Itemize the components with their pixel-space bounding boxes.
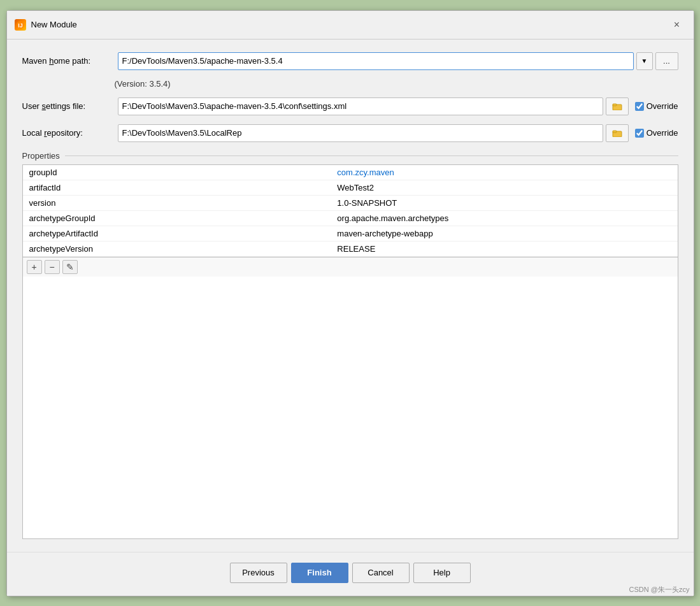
prop-value: org.apache.maven.archetypes xyxy=(337,213,671,223)
user-settings-override-checkbox[interactable] xyxy=(635,102,644,111)
remove-property-button[interactable]: − xyxy=(45,260,60,274)
help-button[interactable]: Help xyxy=(413,563,471,583)
watermark: CSDN @朱一头zcy xyxy=(629,585,690,595)
title-bar: IJ New Module × xyxy=(7,11,694,40)
edit-property-button[interactable]: ✎ xyxy=(62,260,78,274)
dialog-footer: Previous Finish Cancel Help xyxy=(7,552,694,596)
table-row[interactable]: archetypeGroupIdorg.apache.maven.archety… xyxy=(23,211,678,226)
previous-button[interactable]: Previous xyxy=(230,563,287,583)
dialog-title: New Module xyxy=(31,20,663,29)
prop-key: artifactId xyxy=(29,183,338,192)
svg-text:IJ: IJ xyxy=(18,22,23,29)
user-settings-browse-button[interactable] xyxy=(606,97,629,115)
maven-home-dropdown-button[interactable]: ▼ xyxy=(636,52,653,70)
properties-table: groupIdcom.zcy.mavenartifactIdWebTest2ve… xyxy=(22,164,678,539)
prop-key: archetypeArtifactId xyxy=(29,229,338,238)
table-row[interactable]: artifactIdWebTest2 xyxy=(23,180,678,196)
prop-key: archetypeVersion xyxy=(29,244,338,254)
table-row[interactable]: archetypeArtifactIdmaven-archetype-webap… xyxy=(23,226,678,242)
maven-home-row: Maven home path: ▼ ... xyxy=(22,52,678,70)
add-property-button[interactable]: + xyxy=(27,260,42,274)
dialog-body: Maven home path: ▼ ... (Version: 3.5.4) … xyxy=(7,40,694,552)
user-settings-input-group xyxy=(118,97,629,115)
maven-home-input[interactable] xyxy=(118,52,634,70)
local-repo-override-checkbox[interactable] xyxy=(635,129,644,138)
version-text: (Version: 3.5.4) xyxy=(115,79,678,89)
new-module-dialog: IJ New Module × Maven home path: ▼ ... (… xyxy=(6,10,694,596)
local-repo-override-label: Override xyxy=(646,128,678,138)
prop-key: archetypeGroupId xyxy=(29,213,338,223)
local-repo-browse-button[interactable] xyxy=(606,124,629,142)
user-settings-override-area: Override xyxy=(635,101,678,111)
prop-value: com.zcy.maven xyxy=(337,168,671,177)
svg-rect-3 xyxy=(613,104,617,106)
app-icon: IJ xyxy=(15,19,26,31)
maven-home-input-group: ▼ ... xyxy=(118,52,678,70)
prop-value: maven-archetype-webapp xyxy=(337,229,671,238)
user-settings-override-label: Override xyxy=(646,101,678,111)
local-repo-row: Local repository: Override xyxy=(22,124,678,142)
table-row[interactable]: archetypeVersionRELEASE xyxy=(23,242,678,257)
local-repo-input[interactable] xyxy=(118,124,603,142)
local-repo-input-group xyxy=(118,124,629,142)
maven-home-label: Maven home path: xyxy=(22,56,111,66)
cancel-button[interactable]: Cancel xyxy=(352,563,410,583)
user-settings-row: User settings file: Override xyxy=(22,97,678,115)
prop-value: WebTest2 xyxy=(337,183,671,192)
prop-value: RELEASE xyxy=(337,244,671,254)
properties-section: Properties groupIdcom.zcy.mavenartifactI… xyxy=(22,151,678,539)
svg-rect-5 xyxy=(613,131,617,133)
properties-title: Properties xyxy=(22,151,678,161)
prop-value: 1.0-SNAPSHOT xyxy=(337,198,671,208)
table-row[interactable]: version1.0-SNAPSHOT xyxy=(23,196,678,211)
prop-key: version xyxy=(29,198,338,208)
user-settings-input[interactable] xyxy=(118,97,603,115)
prop-key: groupId xyxy=(29,168,338,177)
local-repo-override-area: Override xyxy=(635,128,678,138)
local-repo-label: Local repository: xyxy=(22,128,111,138)
close-button[interactable]: × xyxy=(668,16,686,34)
finish-button[interactable]: Finish xyxy=(291,563,348,583)
maven-home-browse-button[interactable]: ... xyxy=(655,52,678,70)
properties-toolbar: +−✎ xyxy=(23,257,678,277)
table-row[interactable]: groupIdcom.zcy.maven xyxy=(23,165,678,180)
user-settings-label: User settings file: xyxy=(22,101,111,111)
